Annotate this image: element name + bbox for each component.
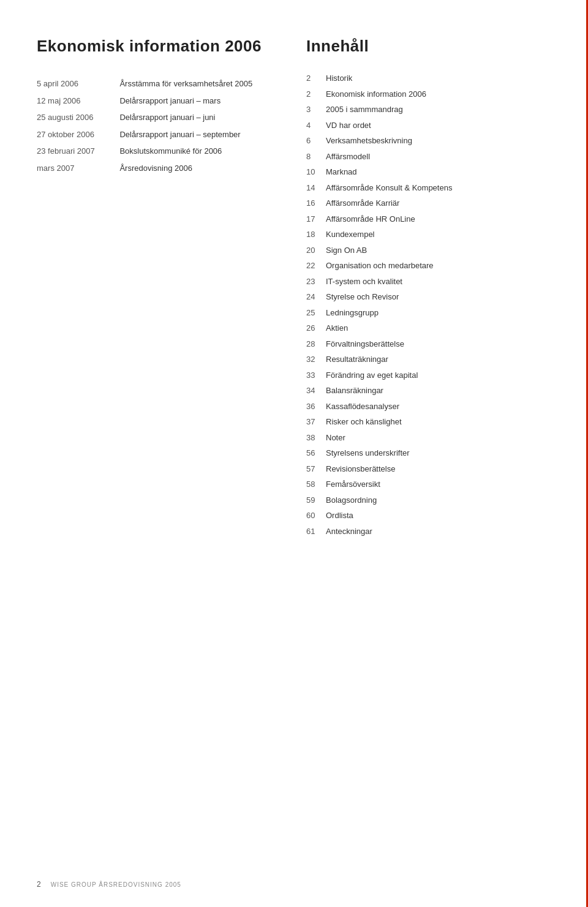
event-description: Delårsrapport januari – september <box>119 126 270 143</box>
toc-label: Femårsöversikt <box>326 476 551 492</box>
toc-label: Revisionsberättelse <box>326 461 551 477</box>
toc-page-number: 22 <box>306 258 326 274</box>
toc-label: Historik <box>326 70 551 86</box>
event-description: Bokslutskommuniké för 2006 <box>119 143 270 160</box>
toc-row: 26 Aktien <box>306 320 551 336</box>
toc-row: 28 Förvaltningsberättelse <box>306 336 551 352</box>
toc-page-number: 24 <box>306 289 326 305</box>
footer-company-title: WISE GROUP ÅRSREDOVISNING 2005 <box>51 881 181 888</box>
event-description: Delårsrapport januari – mars <box>119 92 270 110</box>
toc-label: Ordlista <box>326 508 551 524</box>
toc-label: Bolagsordning <box>326 492 551 508</box>
toc-page-number: 28 <box>306 336 326 352</box>
left-section: Ekonomisk information 2006 5 april 2006 … <box>37 37 270 539</box>
toc-label: Risker och känslighet <box>326 414 551 430</box>
toc-label: Organisation och medarbetare <box>326 258 551 274</box>
toc-page-number: 6 <box>306 133 326 149</box>
toc-page-number: 2 <box>306 86 326 102</box>
toc-page-number: 33 <box>306 367 326 383</box>
toc-row: 6 Verksamhetsbeskrivning <box>306 133 551 149</box>
event-description: Årsstämma för verksamhetsåret 2005 <box>119 75 270 92</box>
left-title: Ekonomisk information 2006 <box>37 37 270 56</box>
right-section: Innehåll 2 Historik 2 Ekonomisk informat… <box>306 37 551 539</box>
toc-label: Resultaträkningar <box>326 352 551 367</box>
toc-row: 32 Resultaträkningar <box>306 352 551 367</box>
footer: 2 WISE GROUP ÅRSREDOVISNING 2005 <box>37 880 551 889</box>
toc-page-number: 61 <box>306 524 326 540</box>
toc-row: 59 Bolagsordning <box>306 492 551 508</box>
toc-page-number: 36 <box>306 399 326 415</box>
toc-row: 16 Affärsområde Karriär <box>306 195 551 211</box>
toc-page-number: 14 <box>306 180 326 196</box>
toc-row: 18 Kundexempel <box>306 227 551 243</box>
toc-page-number: 57 <box>306 461 326 477</box>
toc-row: 23 IT-system och kvalitet <box>306 274 551 290</box>
event-row: mars 2007 Årsredovisning 2006 <box>37 160 270 177</box>
toc-label: Balansräkningar <box>326 383 551 399</box>
toc-label: Styrelse och Revisor <box>326 289 551 305</box>
toc-page-number: 58 <box>306 476 326 492</box>
toc-label: Marknad <box>326 164 551 180</box>
toc-label: Affärsområde Karriär <box>326 195 551 211</box>
toc-label: Affärsområde Konsult & Kompetens <box>326 180 551 196</box>
toc-label: Verksamhetsbeskrivning <box>326 133 551 149</box>
toc-page-number: 59 <box>306 492 326 508</box>
toc-page-number: 20 <box>306 243 326 258</box>
toc-row: 3 2005 i sammmandrag <box>306 102 551 118</box>
toc-row: 58 Femårsöversikt <box>306 476 551 492</box>
toc-row: 56 Styrelsens underskrifter <box>306 445 551 461</box>
toc-label: Noter <box>326 430 551 446</box>
event-row: 23 februari 2007 Bokslutskommuniké för 2… <box>37 143 270 160</box>
toc-row: 37 Risker och känslighet <box>306 414 551 430</box>
toc-row: 2 Ekonomisk information 2006 <box>306 86 551 102</box>
toc-label: IT-system och kvalitet <box>326 274 551 290</box>
toc-row: 8 Affärsmodell <box>306 149 551 165</box>
event-date: 12 maj 2006 <box>37 92 119 110</box>
toc-page-number: 34 <box>306 383 326 399</box>
toc-label: Aktien <box>326 320 551 336</box>
event-row: 5 april 2006 Årsstämma för verksamhetsår… <box>37 75 270 92</box>
toc-label: Affärsmodell <box>326 149 551 165</box>
event-description: Årsredovisning 2006 <box>119 160 270 177</box>
toc-row: 38 Noter <box>306 430 551 446</box>
event-date: mars 2007 <box>37 160 119 177</box>
toc-label: VD har ordet <box>326 118 551 134</box>
toc-page-number: 25 <box>306 305 326 321</box>
toc-title: Innehåll <box>306 37 551 56</box>
toc-page-number: 60 <box>306 508 326 524</box>
toc-page-number: 10 <box>306 164 326 180</box>
toc-label: Kassaflödesanalyser <box>326 399 551 415</box>
event-row: 25 augusti 2006 Delårsrapport januari – … <box>37 109 270 126</box>
toc-row: 20 Sign On AB <box>306 243 551 258</box>
toc-page-number: 32 <box>306 352 326 367</box>
toc-label: Kundexempel <box>326 227 551 243</box>
event-date: 23 februari 2007 <box>37 143 119 160</box>
footer-page-number: 2 <box>37 880 41 889</box>
toc-label: 2005 i sammmandrag <box>326 102 551 118</box>
toc-page-number: 2 <box>306 70 326 86</box>
toc-page-number: 37 <box>306 414 326 430</box>
toc-label: Ekonomisk information 2006 <box>326 86 551 102</box>
toc-row: 33 Förändring av eget kapital <box>306 367 551 383</box>
toc-row: 60 Ordlista <box>306 508 551 524</box>
toc-page-number: 3 <box>306 102 326 118</box>
toc-label: Förändring av eget kapital <box>326 367 551 383</box>
toc-label: Förvaltningsberättelse <box>326 336 551 352</box>
toc-row: 34 Balansräkningar <box>306 383 551 399</box>
toc-row: 36 Kassaflödesanalyser <box>306 399 551 415</box>
toc-page-number: 23 <box>306 274 326 290</box>
event-row: 27 oktober 2006 Delårsrapport januari – … <box>37 126 270 143</box>
toc-row: 25 Ledningsgrupp <box>306 305 551 321</box>
toc-row: 17 Affärsområde HR OnLine <box>306 211 551 227</box>
toc-row: 24 Styrelse och Revisor <box>306 289 551 305</box>
toc-row: 10 Marknad <box>306 164 551 180</box>
toc-row: 2 Historik <box>306 70 551 86</box>
toc-page-number: 8 <box>306 149 326 165</box>
toc-page-number: 56 <box>306 445 326 461</box>
toc-page-number: 16 <box>306 195 326 211</box>
event-date: 5 april 2006 <box>37 75 119 92</box>
toc-label: Anteckningar <box>326 524 551 540</box>
toc-page-number: 17 <box>306 211 326 227</box>
toc-label: Affärsområde HR OnLine <box>326 211 551 227</box>
toc-row: 4 VD har ordet <box>306 118 551 134</box>
